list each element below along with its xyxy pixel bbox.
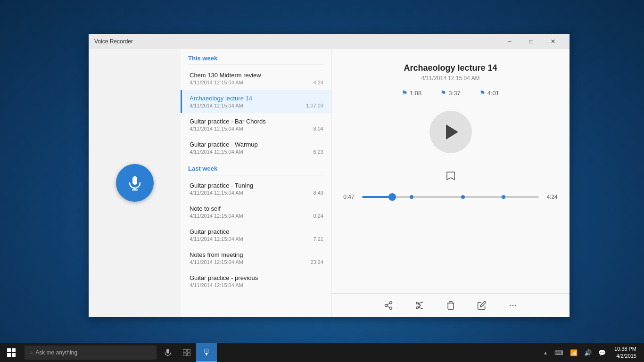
section-divider-1 [188, 65, 323, 65]
svg-rect-18 [12, 348, 16, 352]
app-window: Voice Recorder – □ ✕ This week Che [89, 34, 570, 317]
item-title: Guitar practice - Warmup [190, 141, 323, 148]
task-view-button[interactable] [177, 343, 196, 362]
section-divider-2 [188, 175, 323, 175]
marker-3[interactable]: ⚑ 4:01 [479, 89, 499, 97]
section-header-last-week: Last week [181, 159, 331, 175]
item-meta: 4/11/2014 12:15:04 AM 8:04 [190, 126, 323, 132]
player-title: Archaeology lecture 14 [404, 63, 497, 73]
rename-button[interactable] [473, 297, 490, 314]
play-icon [446, 124, 458, 140]
item-meta: 4/11/2014 12:15:04 AM 6:23 [190, 149, 323, 155]
share-button[interactable] [380, 297, 397, 314]
section-header-this-week: This week [181, 49, 331, 65]
player-date: 4/11/2014 12:15:04 AM [421, 75, 479, 82]
svg-rect-23 [183, 349, 186, 352]
svg-line-7 [387, 306, 390, 308]
item-title: Guitar practice [190, 228, 323, 235]
app-content: This week Chem 130 Midterm review 4/11/2… [89, 49, 570, 317]
item-date: 4/11/2014 12:15:04 AM [190, 103, 243, 108]
trim-button[interactable] [411, 297, 428, 314]
system-tray-expand[interactable]: ▲ [541, 350, 550, 355]
item-date: 4/11/2014 12:15:04 AM [190, 190, 243, 196]
player-panel: Archaeology lecture 14 4/11/2014 12:15:0… [331, 49, 570, 317]
more-button[interactable] [504, 297, 521, 314]
item-meta: 4/11/2014 12:15:04 AM 8:43 [190, 190, 323, 196]
item-title: Guitar practice - Tuning [190, 182, 323, 189]
player-toolbar [331, 293, 570, 317]
play-button[interactable] [429, 111, 472, 153]
progress-thumb[interactable] [388, 193, 396, 201]
item-duration: 0:24 [314, 213, 323, 219]
total-time: 4:24 [544, 194, 558, 200]
flag-icon-1: ⚑ [402, 89, 408, 97]
notification-icon: 💬 [596, 349, 608, 356]
taskbar-right: ▲ ⌨ 📶 🔊 💬 10:38 PM 4/2/2015 [541, 343, 644, 362]
add-marker-button[interactable] [442, 167, 459, 184]
item-meta: 4/11/2014 12:15:04 AM [190, 282, 323, 288]
svg-point-4 [385, 304, 387, 306]
recording-item-note-to-self[interactable]: Note to self 4/11/2014 12:15:04 AM 0:24 [181, 200, 331, 223]
item-date: 4/11/2014 12:15:04 AM [190, 149, 243, 155]
microphone-icon: 🎙 [202, 347, 211, 357]
item-duration: 6:23 [314, 149, 323, 155]
svg-line-13 [418, 305, 421, 307]
svg-point-8 [416, 302, 418, 304]
marker-time-2: 3:37 [448, 90, 460, 97]
taskbar-mic-button[interactable] [158, 343, 177, 362]
taskbar-search[interactable]: ○ Ask me anything [25, 346, 157, 360]
recording-item-archaeology[interactable]: Archaeology lecture 14 4/11/2014 12:15:0… [181, 90, 331, 113]
recording-list: This week Chem 130 Midterm review 4/11/2… [181, 49, 331, 317]
flag-icon-2: ⚑ [440, 89, 446, 97]
marker-dot-3 [502, 195, 505, 199]
svg-rect-20 [12, 353, 16, 357]
record-button[interactable] [116, 164, 154, 202]
marker-time-1: 1:08 [410, 90, 421, 97]
item-meta: 4/11/2014 12:15:04 AM 1:07:03 [190, 103, 323, 108]
maximize-button[interactable]: □ [520, 34, 542, 49]
svg-point-5 [389, 307, 392, 309]
recording-item-bar-chords[interactable]: Guitar practice - Bar Chords 4/11/2014 1… [181, 113, 331, 136]
title-bar: Voice Recorder – □ ✕ [89, 34, 570, 49]
item-date: 4/11/2014 12:15:04 AM [190, 213, 243, 219]
search-placeholder: Ask me anything [35, 349, 77, 356]
sidebar [89, 49, 181, 317]
svg-rect-19 [7, 353, 11, 357]
close-button[interactable]: ✕ [542, 34, 564, 49]
keyboard-icon: ⌨ [553, 349, 565, 356]
recording-item-chem[interactable]: Chem 130 Midterm review 4/11/2014 12:15:… [181, 67, 331, 90]
item-title: Guitar practice - previous [190, 274, 323, 281]
recording-item-tuning[interactable]: Guitar practice - Tuning 4/11/2014 12:15… [181, 177, 331, 200]
recording-item-previous[interactable]: Guitar practice - previous 4/11/2014 12:… [181, 270, 331, 293]
progress-fill [362, 196, 392, 198]
clock-date: 4/2/2015 [616, 353, 636, 360]
minimize-button[interactable]: – [499, 34, 520, 49]
item-meta: 4/11/2014 12:15:04 AM 23:24 [190, 259, 323, 265]
recording-item-meeting[interactable]: Notes from meeting 4/11/2014 12:15:04 AM… [181, 247, 331, 270]
item-date: 4/11/2014 12:15:04 AM [190, 126, 243, 132]
taskbar-app-voice-recorder[interactable]: 🎙 [196, 343, 217, 362]
current-time: 0:47 [343, 194, 357, 200]
svg-rect-0 [132, 176, 137, 185]
progress-bar[interactable] [362, 196, 539, 198]
item-date: 4/11/2014 12:15:04 AM [190, 236, 243, 242]
taskbar: ○ Ask me anything 🎙 ▲ ⌨ 📶 🔊 💬 10:38 PM 4… [0, 343, 644, 362]
taskbar-clock[interactable]: 10:38 PM 4/2/2015 [611, 343, 640, 362]
item-date: 4/11/2014 12:15:04 AM [190, 259, 243, 265]
marker-2[interactable]: ⚑ 3:37 [440, 89, 460, 97]
marker-time-3: 4:01 [487, 90, 499, 97]
marker-dot-2 [461, 195, 465, 199]
svg-line-11 [418, 307, 423, 309]
flag-icon-3: ⚑ [479, 89, 486, 97]
item-title: Notes from meeting [190, 251, 323, 258]
item-duration: 23:24 [310, 259, 323, 265]
recording-item-guitar-practice[interactable]: Guitar practice 4/11/2014 12:15:04 AM 7:… [181, 223, 331, 247]
svg-point-3 [389, 301, 392, 304]
recording-item-warmup[interactable]: Guitar practice - Warmup 4/11/2014 12:15… [181, 136, 331, 159]
marker-dot-1 [410, 195, 413, 199]
marker-1[interactable]: ⚑ 1:08 [402, 89, 421, 97]
window-title: Voice Recorder [94, 38, 499, 45]
delete-button[interactable] [442, 297, 459, 314]
item-title: Note to self [190, 205, 323, 212]
start-button[interactable] [0, 343, 23, 362]
